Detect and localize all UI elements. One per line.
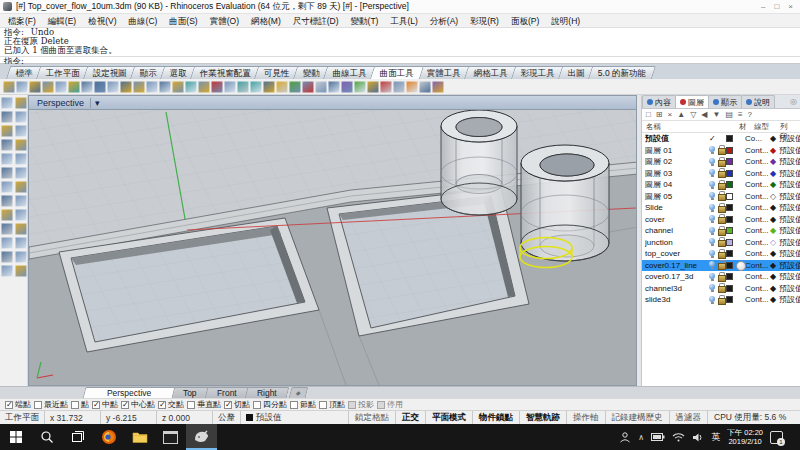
layer-name[interactable]: 圖層 05 <box>642 191 708 202</box>
toolbar-tab[interactable]: 網格工具 <box>463 66 517 79</box>
layer-row[interactable]: 圖層 04 Cont... ◆ 預設值 <box>642 179 800 191</box>
drop-tool-icon[interactable] <box>406 81 418 93</box>
toolbar-tab[interactable]: 工作平面 <box>36 66 90 79</box>
osnap-item[interactable]: 垂直點 <box>187 399 221 410</box>
current-layer-cell[interactable]: 預設值 <box>241 411 349 424</box>
status-toggle[interactable]: 平面模式 <box>426 411 473 424</box>
text-tool-icon[interactable] <box>15 167 27 179</box>
lock-icon[interactable] <box>717 191 726 201</box>
lock-icon[interactable] <box>717 249 726 259</box>
lock-icon[interactable] <box>717 260 726 270</box>
viewport-tab[interactable]: Perspective <box>83 387 176 398</box>
status-toggle[interactable]: 操作軸 <box>567 411 606 424</box>
layer-name[interactable]: cover0.17_line <box>642 261 708 270</box>
layer-name[interactable]: channel <box>642 226 708 235</box>
menu-item[interactable]: 工具(L) <box>384 14 423 28</box>
people-icon[interactable] <box>619 431 631 443</box>
list-options-icon[interactable]: ▤ <box>725 110 733 120</box>
action-center-icon[interactable]: 1 <box>770 431 783 444</box>
network-surface-icon[interactable] <box>146 81 158 93</box>
point-cloud-icon[interactable] <box>15 111 27 123</box>
tray-chevron-icon[interactable]: ∧ <box>638 433 644 442</box>
layer-color-swatch[interactable] <box>726 239 733 246</box>
solid-tool-icon[interactable] <box>1 209 13 221</box>
surface-from-points-icon[interactable] <box>159 81 171 93</box>
collapse-icon[interactable]: ◀ <box>701 110 707 120</box>
sweep1-icon[interactable] <box>81 81 93 93</box>
layer-linetype[interactable]: Cont... <box>745 215 770 224</box>
toolbar-tab[interactable]: 曲線工具 <box>322 66 376 79</box>
surface-tool-icon[interactable] <box>1 181 13 193</box>
osnap-checkbox[interactable] <box>290 401 298 409</box>
panel-tab[interactable]: 顯示 <box>708 95 742 108</box>
status-toggle[interactable]: 物件鎖點 <box>473 411 520 424</box>
toolbar-tab[interactable]: 設定視圖 <box>83 66 137 79</box>
maximize-button[interactable]: □ <box>774 1 779 13</box>
layer-print-width[interactable]: 預設值 <box>779 294 800 305</box>
layer-row[interactable]: cover0.17_3d Cont... ◆ 預設值 <box>642 271 800 283</box>
rail-revolve-icon[interactable] <box>133 81 145 93</box>
arc-tool-icon[interactable] <box>15 139 27 151</box>
layer-row[interactable]: top_cover Cont... ◆ 預設值 <box>642 248 800 260</box>
viewport-tab[interactable]: Right <box>245 387 290 398</box>
toolbar-tab[interactable]: 曲面工具 <box>369 66 423 79</box>
layer-name[interactable]: cover <box>642 215 708 224</box>
layer-print-width[interactable]: 預設值 <box>779 168 800 179</box>
layer-linetype[interactable]: Cont... <box>745 226 770 235</box>
smash-icon[interactable] <box>250 81 262 93</box>
new-layer-icon[interactable]: □ <box>646 110 651 120</box>
layer-name[interactable]: channel3d <box>642 284 708 293</box>
cage-edit-icon[interactable] <box>354 81 366 93</box>
visibility-bulb-icon[interactable] <box>708 134 717 144</box>
osnap-checkbox[interactable] <box>92 401 100 409</box>
layer-linetype[interactable]: Cont... <box>745 169 770 178</box>
lock-icon[interactable] <box>717 203 726 213</box>
layer-row[interactable]: slide3d Cont... ◆ 預設值 <box>642 294 800 306</box>
layer-linetype[interactable]: Cont... <box>745 238 770 247</box>
cylinder-small[interactable] <box>441 110 517 215</box>
osnap-checkbox[interactable] <box>319 401 327 409</box>
close-button[interactable]: × <box>788 1 793 13</box>
menu-item[interactable]: 分析(A) <box>424 14 464 28</box>
layer-name[interactable]: Slide <box>642 203 708 212</box>
layer-print-width[interactable]: 預設值 <box>779 179 800 190</box>
lock-icon[interactable] <box>717 145 726 155</box>
print-color-diamond-icon[interactable]: ◇ <box>770 238 779 247</box>
status-toggle[interactable]: 鎖定格點 <box>349 411 396 424</box>
move-tool-icon[interactable] <box>1 265 13 277</box>
viewport-title-bar[interactable]: Perspective ▾ <box>29 96 636 110</box>
print-color-diamond-icon[interactable]: ◆ <box>770 295 779 304</box>
menu-item[interactable]: 檔案(F) <box>2 14 42 28</box>
osnap-item[interactable]: 交點 <box>158 399 184 410</box>
toolbar-tab[interactable]: 作業視窗配置 <box>190 66 261 79</box>
rebuild-surface-icon[interactable] <box>263 81 275 93</box>
loft-icon[interactable] <box>107 81 119 93</box>
layer-print-width[interactable]: 預設值 <box>779 202 800 213</box>
viewport-title[interactable]: Perspective <box>37 98 84 108</box>
menu-item[interactable]: 曲線(C) <box>123 14 164 28</box>
layer-color-swatch[interactable] <box>726 170 733 177</box>
transform-tool-icon[interactable] <box>15 265 27 277</box>
osnap-item[interactable]: 停用 <box>377 399 403 410</box>
selection-filter-icon[interactable] <box>15 97 27 109</box>
lock-icon[interactable] <box>717 295 726 305</box>
help-icon[interactable]: ? <box>748 110 752 120</box>
osnap-checkbox[interactable] <box>158 401 166 409</box>
layer-print-width[interactable]: 預設值 <box>779 283 800 294</box>
lock-icon[interactable] <box>717 283 726 293</box>
curve-tool-icon[interactable] <box>15 125 27 137</box>
layer-print-width[interactable]: 預設值 <box>779 237 800 248</box>
circle-tool-icon[interactable] <box>1 139 13 151</box>
layer-color-swatch[interactable] <box>726 285 733 292</box>
unroll-surface-icon[interactable] <box>237 81 249 93</box>
analyze-sphere-icon[interactable] <box>432 81 444 93</box>
layer-name[interactable]: 圖層 04 <box>642 179 708 190</box>
pointer-tool-icon[interactable] <box>1 97 13 109</box>
layer-print-width[interactable]: 預設值 <box>779 156 800 167</box>
layer-print-width[interactable]: 預設值 <box>779 225 800 236</box>
move-up-icon[interactable]: ▲ <box>677 110 685 120</box>
layer-color-swatch[interactable] <box>726 135 733 142</box>
polygon-tool-icon[interactable] <box>1 167 13 179</box>
toolbar-tab[interactable]: 彩現工具 <box>510 66 564 79</box>
layer-linetype[interactable]: Cont... <box>745 203 770 212</box>
